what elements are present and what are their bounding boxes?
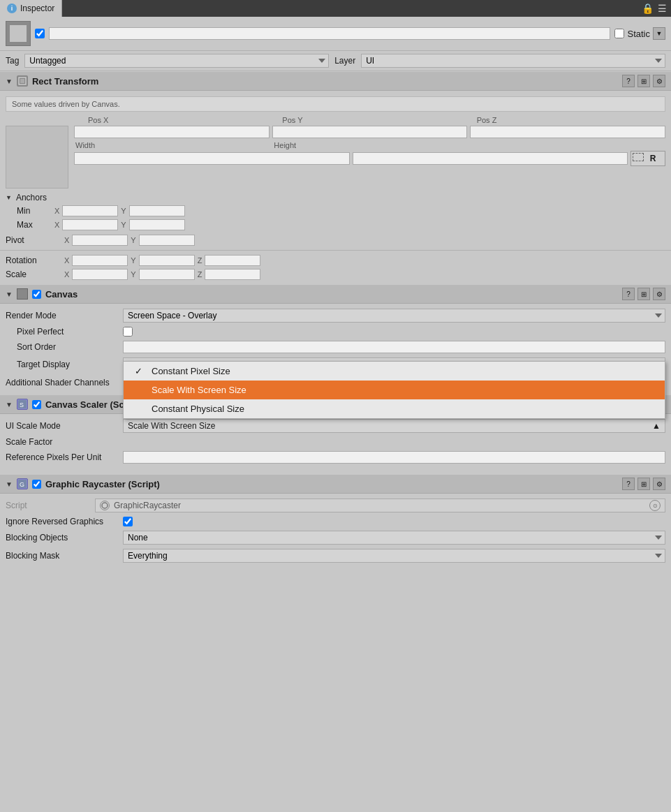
pixel-perfect-row: Pixel Perfect [0,325,671,339]
object-name-input[interactable]: Canvas [49,27,610,40]
pos-z-input[interactable]: 0 [470,126,665,138]
pos-x-input[interactable]: 282.5 [74,126,270,138]
anchors-min-x-axis: X [54,207,59,215]
graphic-raycaster-settings-btn[interactable]: ⚙ [653,478,665,490]
pos-z-label: Pos Z [474,116,665,124]
canvas-layout-btn[interactable]: ⊞ [637,288,650,300]
canvas-icons-right: ? ⊞ ⚙ [622,288,665,300]
ignore-reversed-label: Ignore Reversed Graphics [6,517,117,526]
ui-scale-mode-dropdown[interactable]: Scale With Screen Size ▲ [123,419,665,433]
rotation-x-input[interactable]: 0 [72,255,128,266]
ui-scale-mode-value: Scale With Screen Size [128,421,215,431]
anchors-max-y-input[interactable]: 0 [129,219,185,230]
height-label: Height [272,141,468,149]
rect-arrow[interactable]: ▼ [6,77,13,85]
r-button-icon [633,153,644,161]
canvas-title: Canvas [45,289,618,300]
static-section: Static ▼ [614,27,665,40]
scale-row: Scale X 1 Y 1 Z 1 [0,267,671,281]
canvas-active-checkbox[interactable] [32,290,41,299]
inspector-tab[interactable]: i Inspector [0,0,62,17]
static-checkbox[interactable] [614,29,624,38]
tab-bar-right: 🔒 ☰ [642,3,671,14]
svg-text:G: G [20,481,24,488]
canvas-help-btn[interactable]: ? [622,288,635,300]
active-checkbox[interactable] [35,29,45,38]
scale-y-input[interactable]: 1 [139,269,195,280]
anchors-min-x-input[interactable]: 0 [62,205,118,216]
canvas-arrow[interactable]: ▼ [6,290,13,298]
anchors-max-label: Max [17,220,52,230]
graphic-raycaster-layout-btn[interactable]: ⊞ [637,478,650,490]
anchors-max-x-input[interactable]: 0 [62,219,118,230]
lock-icon[interactable]: 🔒 [642,3,654,14]
r-button[interactable]: R [631,151,665,166]
canvas-scaler-active-checkbox[interactable] [32,400,41,409]
dropdown-item-constant-physical[interactable]: Constant Physical Size [124,399,665,418]
dropdown-item-scale-screen[interactable]: Scale With Screen Size [124,381,665,399]
static-dropdown-btn[interactable]: ▼ [653,27,665,40]
sort-order-row: Sort Order 0 [0,339,671,355]
anchors-min-y-axis: Y [121,207,126,215]
rotation-row: Rotation X 0 Y 0 Z 0 [0,253,671,267]
rotation-z-input[interactable]: 0 [205,255,260,266]
render-mode-dropdown[interactable]: Screen Space - Overlay [123,309,665,323]
object-icon-inner [10,25,27,42]
canvas-square-icon [17,288,28,300]
height-input[interactable]: 318 [353,152,628,165]
graphic-raycaster-icons-right: ? ⊞ ⚙ [622,478,665,490]
tab-bar: i Inspector 🔒 ☰ [0,0,671,17]
anchors-min-row: Min X 0 Y 0 [6,204,665,218]
layer-dropdown[interactable]: UI [361,54,665,68]
pixel-perfect-checkbox[interactable] [123,327,133,337]
blocking-objects-dropdown[interactable]: None [123,531,665,545]
tab-label: Inspector [20,3,54,13]
sort-order-input[interactable]: 0 [123,341,665,353]
script-label: Script [6,501,89,510]
rect-layout-btn[interactable]: ⊞ [637,75,650,87]
tag-layer-row: Tag Untagged Layer UI [0,51,671,71]
pos-y-input[interactable]: 159 [272,126,468,138]
canvas-scaler-content: UI Scale Mode Scale With Screen Size ▲ C… [0,414,671,468]
ignore-reversed-checkbox[interactable] [123,517,133,526]
graphic-raycaster-arrow[interactable]: ▼ [6,480,13,488]
graphic-raycaster-icon: G [17,478,28,489]
rotation-z-axis: Z [198,256,202,265]
pivot-y-input[interactable]: 0.5 [139,235,195,246]
width-input[interactable]: 565 [74,152,350,165]
menu-icon[interactable]: ☰ [658,3,667,14]
blocking-mask-dropdown[interactable]: Everything [123,549,665,563]
pivot-label: Pivot [6,235,61,245]
canvas-settings-btn[interactable]: ⚙ [653,288,665,300]
tag-label: Tag [6,56,19,66]
inspector-window: i Inspector 🔒 ☰ Canvas Static ▼ Tag Unta… [0,0,671,568]
r-label: R [650,154,656,163]
tag-dropdown[interactable]: Untagged [24,54,329,68]
rect-settings-btn[interactable]: ⚙ [653,75,665,87]
pivot-x-input[interactable]: 0.5 [72,235,128,246]
scale-mode-dropdown-popup: Constant Pixel Size Scale With Screen Si… [123,361,665,419]
target-icon[interactable]: ⊙ [649,500,661,511]
script-row: Script GraphicRaycaster ⊙ [0,496,671,515]
graphic-raycaster-active-checkbox[interactable] [32,480,41,489]
anchors-arrow[interactable]: ▼ [6,194,12,201]
graphic-raycaster-help-btn[interactable]: ? [622,478,635,490]
rect-icon [17,75,28,87]
anchors-min-y-input[interactable]: 0 [129,205,185,216]
svg-text:S: S [20,401,24,408]
rect-help-btn[interactable]: ? [622,75,635,87]
rotation-y-input[interactable]: 0 [139,255,195,266]
canvas-scaler-arrow[interactable]: ▼ [6,401,13,408]
graphic-raycaster-title: Graphic Raycaster (Script) [45,479,618,489]
pos-y-label: Pos Y [279,116,471,124]
scale-x-input[interactable]: 1 [72,269,128,280]
graphic-raycaster-header: ▼ G Graphic Raycaster (Script) ? ⊞ ⚙ [0,474,671,494]
canvas-header: ▼ Canvas ? ⊞ ⚙ [0,284,671,304]
scale-z-input[interactable]: 1 [205,269,260,280]
dropdown-item-constant-pixel[interactable]: Constant Pixel Size [124,362,665,381]
rect-icons-right: ? ⊞ ⚙ [622,75,665,87]
reference-pixels-input[interactable]: 100 [123,451,665,464]
rect-transform-content: Some values driven by Canvas. Pos X Pos … [0,91,671,284]
blocking-objects-row: Blocking Objects None [0,529,671,547]
pos-x-label: Pos X [85,116,276,124]
